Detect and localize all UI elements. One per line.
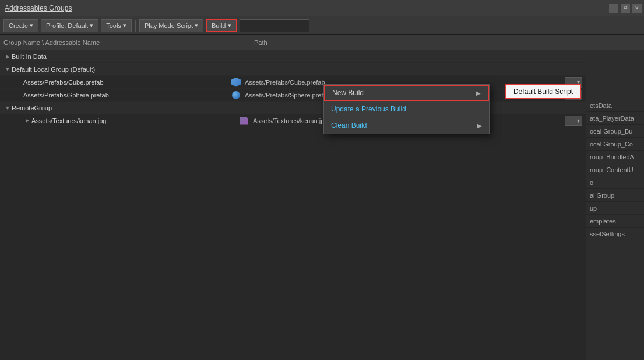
addressables-window: Addressables Groups ⋮ ⧉ ✕ Create Profile… bbox=[0, 0, 644, 360]
title-bar: Addressables Groups ⋮ ⧉ ✕ bbox=[0, 0, 644, 16]
profile-label: Profile: Default bbox=[46, 22, 88, 29]
build-dropdown: New Build ▶ Update a Previous Build Clea… bbox=[323, 84, 490, 134]
sphere-icon bbox=[232, 91, 240, 99]
group-name-header: Group Name \ Addressable Name bbox=[3, 39, 237, 46]
search-input[interactable] bbox=[240, 19, 309, 32]
list-item: o bbox=[586, 176, 644, 189]
window-controls: ⋮ ⧉ ✕ bbox=[609, 4, 642, 13]
path-header: Path bbox=[254, 39, 641, 46]
column-headers: Group Name \ Addressable Name Path bbox=[0, 35, 644, 50]
tools-button[interactable]: Tools bbox=[101, 19, 132, 32]
list-item: ocal Group_Co bbox=[586, 138, 644, 151]
play-mode-button[interactable]: Play Mode Script bbox=[139, 19, 203, 32]
list-item: etsData bbox=[586, 99, 644, 112]
table-row[interactable]: ▶ Assets/Textures/kenan.jpg Assets/Textu… bbox=[0, 114, 586, 127]
list-item[interactable]: ▶ Built In Data bbox=[0, 50, 586, 63]
table-row[interactable]: Assets/Prefabs/Sphere.prefab Assets/Pref… bbox=[0, 89, 586, 102]
group-name-label: RemoteGroup bbox=[12, 104, 216, 111]
expand-icon[interactable]: ▶ bbox=[3, 53, 12, 61]
resize-button[interactable]: ⧉ bbox=[621, 4, 630, 13]
list-item: ocal Group_Bu bbox=[586, 125, 644, 138]
profile-chevron-icon bbox=[90, 22, 93, 29]
play-mode-label: Play Mode Script bbox=[145, 22, 193, 29]
new-build-chevron-icon: ▶ bbox=[476, 90, 481, 96]
close-button[interactable]: ✕ bbox=[632, 4, 642, 13]
new-build-menu-item[interactable]: New Build ▶ bbox=[324, 85, 489, 101]
asset-icon bbox=[227, 91, 245, 99]
list-item: roup_BundledA bbox=[586, 151, 644, 163]
tools-label: Tools bbox=[106, 22, 121, 29]
expand-icon[interactable]: ▶ bbox=[23, 117, 31, 125]
list-item: al Group bbox=[586, 189, 644, 202]
texture-icon bbox=[240, 117, 248, 125]
update-build-label: Update a Previous Build bbox=[331, 105, 406, 113]
default-build-script-button[interactable]: Default Build Script bbox=[505, 84, 581, 99]
create-chevron-icon bbox=[30, 22, 33, 29]
expand-icon[interactable]: ▼ bbox=[3, 104, 12, 112]
list-item: ata_PlayerData bbox=[586, 112, 644, 125]
asset-icon bbox=[235, 117, 253, 125]
cube-icon bbox=[231, 78, 241, 87]
asset-name-label: Assets/Prefabs/Cube.prefab bbox=[23, 79, 227, 86]
window-title: Addressables Groups bbox=[5, 4, 72, 12]
profile-button[interactable]: Profile: Default bbox=[41, 19, 98, 32]
toolbar: Create Profile: Default Tools Play Mode … bbox=[0, 16, 644, 35]
tools-chevron-icon bbox=[123, 22, 126, 29]
play-mode-chevron-icon bbox=[195, 22, 198, 29]
default-build-script-label: Default Build Script bbox=[513, 88, 573, 96]
clean-build-menu-item[interactable]: Clean Build ▶ bbox=[324, 117, 489, 134]
group-name-label: Built In Data bbox=[12, 53, 216, 60]
group-name-label: Default Local Group (Default) bbox=[12, 66, 216, 73]
list-item[interactable]: ▼ Default Local Group (Default) bbox=[0, 63, 586, 76]
list-item: emplates bbox=[586, 215, 644, 228]
build-label: Build bbox=[212, 22, 226, 29]
asset-icon bbox=[227, 78, 245, 87]
table-row[interactable]: Assets/Prefabs/Cube.prefab Assets/Prefab… bbox=[0, 76, 586, 89]
build-button[interactable]: Build bbox=[206, 19, 237, 32]
menu-button[interactable]: ⋮ bbox=[609, 4, 618, 13]
new-build-label: New Build bbox=[332, 89, 364, 97]
create-label: Create bbox=[9, 22, 28, 29]
clean-build-label: Clean Build bbox=[331, 121, 367, 130]
toolbar-separator bbox=[135, 20, 136, 32]
path-dropdown[interactable] bbox=[565, 116, 582, 126]
tree-panel: ▶ Built In Data ▼ Default Local Group (D… bbox=[0, 50, 586, 360]
asset-name-label: Assets/Prefabs/Sphere.prefab bbox=[23, 92, 227, 99]
build-chevron-icon bbox=[228, 22, 231, 29]
asset-name-label: Assets/Textures/kenan.jpg bbox=[31, 117, 235, 124]
list-item: roup_ContentU bbox=[586, 163, 644, 176]
list-item: up bbox=[586, 202, 644, 215]
clean-build-chevron-icon: ▶ bbox=[477, 123, 482, 129]
list-item: ssetSettings bbox=[586, 228, 644, 240]
expand-icon[interactable]: ▼ bbox=[3, 65, 12, 74]
create-button[interactable]: Create bbox=[3, 19, 38, 32]
right-panel: etsData ata_PlayerData ocal Group_Bu oca… bbox=[586, 50, 644, 360]
update-build-menu-item[interactable]: Update a Previous Build bbox=[324, 101, 489, 117]
list-item[interactable]: ▼ RemoteGroup bbox=[0, 102, 586, 114]
main-content: ▶ Built In Data ▼ Default Local Group (D… bbox=[0, 50, 644, 360]
